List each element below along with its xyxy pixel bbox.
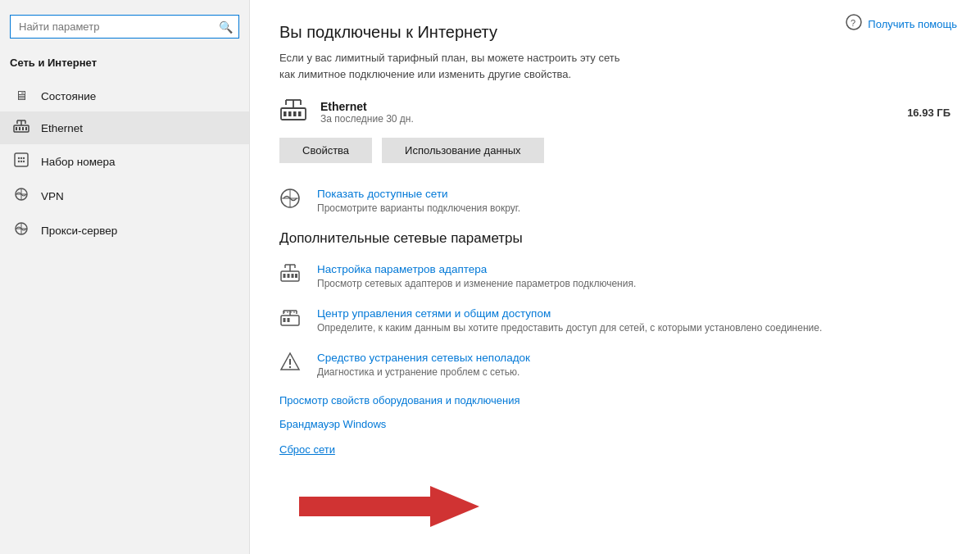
show-networks-text: Показать доступные сети Просмотрите вари… xyxy=(317,186,520,214)
svg-point-10 xyxy=(18,157,20,159)
reset-link[interactable]: Сброс сети xyxy=(279,443,335,456)
advanced-section-title: Дополнительные сетевые параметры xyxy=(279,230,951,247)
adapter-icon xyxy=(279,263,306,288)
svg-rect-40 xyxy=(295,274,297,278)
sidebar-item-label-status: Состояние xyxy=(41,90,96,102)
adapter-link[interactable]: Настройка параметров адаптера xyxy=(317,263,487,275)
ethernet-name: Ethernet xyxy=(320,100,907,113)
troubleshoot-link[interactable]: Средство устранения сетевых неполадок xyxy=(317,352,530,364)
hardware-link[interactable]: Просмотр свойств оборудования и подключе… xyxy=(279,394,951,406)
sidebar-item-ethernet[interactable]: Ethernet xyxy=(0,111,249,144)
show-networks-link[interactable]: Показать доступные сети xyxy=(317,188,448,200)
sidebar-item-vpn[interactable]: VPN xyxy=(0,179,249,213)
sidebar-item-dialup[interactable]: Набор номера xyxy=(0,144,249,179)
ethernet-size: 16.93 ГБ xyxy=(907,107,951,119)
sidebar-item-label-vpn: VPN xyxy=(41,190,64,202)
svg-point-11 xyxy=(20,157,22,159)
properties-button[interactable]: Свойства xyxy=(279,138,372,163)
sidebar-nav: 🖥 Состояние Ethernet xyxy=(0,80,249,247)
connected-desc: Если у вас лимитный тарифный план, вы мо… xyxy=(279,50,624,82)
vpn-icon xyxy=(13,187,29,205)
troubleshoot-desc: Диагностика и устранение проблем с сетью… xyxy=(317,366,530,378)
svg-point-14 xyxy=(20,161,22,162)
sidebar-item-proxy[interactable]: Прокси-сервер xyxy=(0,213,249,247)
svg-rect-3 xyxy=(22,127,24,130)
sidebar: 🔍 Сеть и Интернет 🖥 Состояние xyxy=(0,0,250,554)
status-icon: 🖥 xyxy=(13,89,29,103)
sharing-item: Центр управления сетями и общим доступом… xyxy=(279,306,951,334)
sidebar-item-label-ethernet: Ethernet xyxy=(41,122,83,134)
sharing-desc: Определите, к каким данным вы хотите пре… xyxy=(317,322,822,334)
svg-rect-1 xyxy=(16,127,17,130)
troubleshoot-icon xyxy=(279,352,306,375)
search-icon: 🔍 xyxy=(219,20,233,34)
dialup-icon xyxy=(13,152,29,170)
btn-row: Свойства Использование данных xyxy=(279,138,951,163)
svg-point-54 xyxy=(289,366,291,368)
svg-rect-37 xyxy=(284,274,286,278)
sidebar-item-label-proxy: Прокси-сервер xyxy=(41,225,117,237)
firewall-link[interactable]: Брандмауэр Windows xyxy=(279,418,951,430)
sharing-icon xyxy=(279,307,306,333)
svg-rect-39 xyxy=(292,274,294,278)
svg-rect-47 xyxy=(288,318,290,322)
svg-rect-26 xyxy=(288,111,292,116)
help-icon: ? xyxy=(845,13,863,35)
svg-text:?: ? xyxy=(851,18,855,28)
search-area: 🔍 xyxy=(0,8,249,52)
svg-rect-9 xyxy=(15,153,28,166)
svg-marker-55 xyxy=(299,486,479,527)
help-link-area: ? Получить помощь xyxy=(845,13,957,35)
search-button[interactable]: 🔍 xyxy=(219,20,233,34)
ethernet-card: Ethernet За последние 30 дн. 16.93 ГБ xyxy=(279,98,951,126)
show-networks-icon xyxy=(279,188,306,213)
sharing-link[interactable]: Центр управления сетями и общим доступом xyxy=(317,307,551,320)
svg-rect-28 xyxy=(298,111,302,116)
sidebar-item-label-dialup: Набор номера xyxy=(41,156,116,168)
svg-rect-38 xyxy=(288,274,290,278)
svg-point-15 xyxy=(23,161,25,162)
data-usage-button[interactable]: Использование данных xyxy=(382,138,544,163)
svg-rect-25 xyxy=(284,111,287,116)
sharing-text: Центр управления сетями и общим доступом… xyxy=(317,306,822,334)
svg-rect-46 xyxy=(284,318,286,322)
ethernet-icon xyxy=(13,120,29,136)
show-networks-desc: Просмотрите варианты подключения вокруг. xyxy=(317,202,520,214)
search-input[interactable] xyxy=(10,15,239,39)
sidebar-title: Сеть и Интернет xyxy=(0,52,249,80)
proxy-icon xyxy=(13,221,29,239)
svg-point-13 xyxy=(18,161,20,162)
ethernet-sub: За последние 30 дн. xyxy=(320,113,907,125)
help-link[interactable]: Получить помощь xyxy=(868,18,957,30)
svg-rect-4 xyxy=(25,127,27,130)
svg-rect-27 xyxy=(293,111,297,116)
show-networks-item: Показать доступные сети Просмотрите вари… xyxy=(279,186,951,214)
adapter-text: Настройка параметров адаптера Просмотр с… xyxy=(317,261,636,289)
adapter-item: Настройка параметров адаптера Просмотр с… xyxy=(279,261,951,289)
svg-rect-2 xyxy=(19,127,20,130)
ethernet-card-icon xyxy=(279,98,309,126)
sidebar-item-status[interactable]: 🖥 Состояние xyxy=(0,80,249,111)
troubleshoot-text: Средство устранения сетевых неполадок Ди… xyxy=(317,350,530,378)
svg-point-12 xyxy=(23,157,25,159)
adapter-desc: Просмотр сетевых адаптеров и изменение п… xyxy=(317,278,636,289)
arrow-overlay xyxy=(299,482,479,531)
main-content: ? Получить помощь Вы подключены к Интерн… xyxy=(250,0,980,554)
troubleshoot-item: Средство устранения сетевых неполадок Ди… xyxy=(279,350,951,378)
ethernet-info: Ethernet За последние 30 дн. xyxy=(320,100,907,125)
